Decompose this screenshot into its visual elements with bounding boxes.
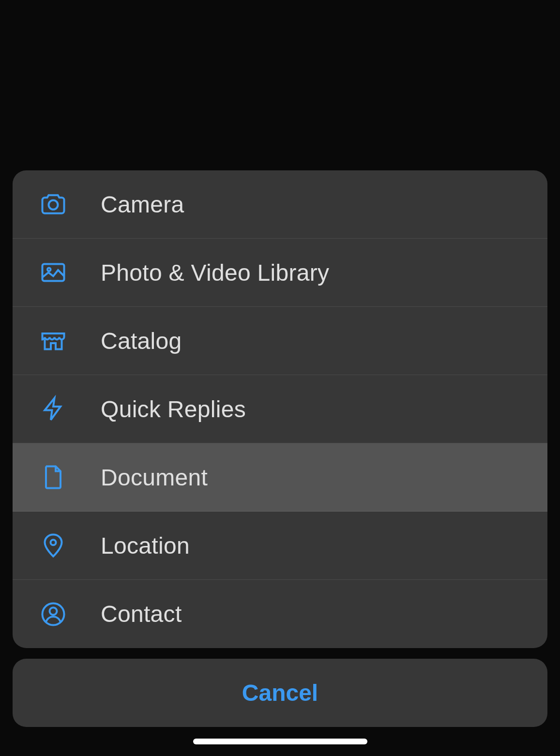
svg-point-0 [49, 200, 58, 210]
menu-item-location[interactable]: Location [13, 512, 547, 580]
svg-point-5 [50, 607, 57, 615]
menu-label: Contact [101, 601, 182, 627]
location-pin-icon [37, 529, 70, 562]
document-icon [37, 461, 70, 494]
storefront-icon [37, 324, 70, 357]
cancel-label: Cancel [242, 680, 318, 706]
menu-label: Quick Replies [101, 396, 246, 423]
menu-label: Location [101, 532, 190, 559]
menu-label: Catalog [101, 328, 182, 354]
menu-item-document[interactable]: Document [13, 443, 547, 512]
camera-icon [37, 188, 70, 221]
lightning-icon [37, 393, 70, 425]
menu-label: Photo & Video Library [101, 259, 329, 286]
action-sheet-container: Camera Photo & Video Library Catalog [0, 158, 560, 756]
cancel-button[interactable]: Cancel [13, 659, 547, 727]
svg-point-3 [51, 540, 56, 545]
svg-point-2 [47, 268, 51, 272]
menu-item-catalog[interactable]: Catalog [13, 307, 547, 375]
menu-item-quick-replies[interactable]: Quick Replies [13, 375, 547, 443]
contact-icon [37, 598, 70, 631]
menu-label: Camera [101, 191, 184, 218]
photo-icon [37, 256, 70, 289]
menu-item-contact[interactable]: Contact [13, 580, 547, 648]
attachment-menu: Camera Photo & Video Library Catalog [13, 170, 547, 648]
menu-item-camera[interactable]: Camera [13, 170, 547, 239]
menu-item-photo-video[interactable]: Photo & Video Library [13, 239, 547, 307]
menu-label: Document [101, 464, 208, 491]
home-indicator[interactable] [193, 739, 367, 744]
